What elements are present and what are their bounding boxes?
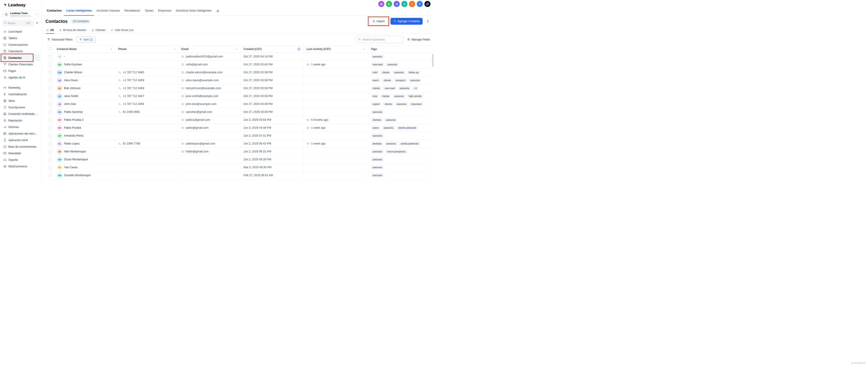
- sort-carets-icon[interactable]: [236, 48, 238, 50]
- sidebar-item-newsletter[interactable]: Newsletter: [1, 150, 40, 156]
- ai-sparkle-icon[interactable]: [35, 21, 39, 25]
- contact-row[interactable]: OMOscar MontemayorJun 2, 2025 06:30 PMas…: [45, 156, 431, 163]
- select-all-checkbox[interactable]: [49, 47, 52, 51]
- sidebar-item-contenido-multimedia-u[interactable]: Contenido multimedia U...: [1, 111, 40, 117]
- contact-name-cell[interactable]: IMIrbin Montemayor: [54, 148, 116, 155]
- contact-name-cell[interactable]: CWCharlie Wilson: [54, 68, 116, 76]
- sidebar-search-input[interactable]: [8, 22, 24, 24]
- sidebar-item-aplicaciones-del-mercado[interactable]: Aplicaciones del mercado: [1, 130, 40, 137]
- contact-row[interactable]: PPPablo Pruebapablo@gmail.comJun 3, 2025…: [45, 124, 431, 132]
- contact-row[interactable]: JDJohn Doe+1 787 712 3456john.doe@exampl…: [45, 100, 431, 108]
- search-contacts-box[interactable]: [355, 36, 403, 43]
- row-checkbox[interactable]: [49, 63, 52, 66]
- sort-carets-icon[interactable]: [363, 48, 365, 50]
- row-checkbox[interactable]: [49, 166, 52, 169]
- contact-row[interactable]: PPPablo Prueba 2pablo1@gmail.comJun 3, 2…: [45, 116, 431, 124]
- sidebar-item-aplicaci-n-m-vil[interactable]: Aplicación móvil: [1, 137, 40, 143]
- contact-row[interactable]: IMIrbin Montemayorirbibn@gmail.comJun 2,…: [45, 148, 431, 156]
- advanced-filters-button[interactable]: Advanced Filters: [46, 36, 74, 43]
- sidebar-item-clientes-potenciales[interactable]: Clientes Potenciales: [1, 61, 40, 68]
- contact-name-cell[interactable]: ?-: [54, 53, 116, 60]
- team-switcher[interactable]: Leadway Team Monterrey, Nuevo Le...: [2, 10, 39, 18]
- row-checkbox[interactable]: [49, 102, 52, 106]
- sort-carets-icon[interactable]: [173, 48, 176, 50]
- column-header-last-activity-cst[interactable]: Last Activity (CST): [304, 45, 368, 53]
- contact-row[interactable]: OMOsvaldo MontemayorFeb 27, 2025 09:42 A…: [45, 172, 431, 179]
- row-checkbox[interactable]: [49, 174, 52, 177]
- contact-name-cell[interactable]: OMOscar Montemayor: [54, 156, 116, 163]
- phone-icon[interactable]: [386, 1, 392, 7]
- topnav-tab-gestionar-listas-inteligentes[interactable]: Gestionar listas inteligentes: [174, 6, 214, 16]
- announcements-icon[interactable]: [401, 1, 407, 7]
- contact-row[interactable]: YCYair CasasMar 3, 2025 06:30 PMasesoria: [45, 163, 431, 172]
- sidebar-item-informes[interactable]: Informes: [1, 124, 40, 130]
- smartlist-tab-add-smart-list[interactable]: Add Smart List: [111, 27, 133, 34]
- contact-row[interactable]: CWCharlie Wilson+1 787 712 3460charlie.w…: [45, 68, 431, 77]
- row-checkbox[interactable]: [49, 126, 52, 129]
- contact-name-cell[interactable]: ADAlice Davis: [54, 77, 116, 84]
- column-header-phone[interactable]: Phone: [116, 45, 179, 53]
- contact-row[interactable]: PSPablo Sanchez81 2355 9991sanchez@gmail…: [45, 108, 431, 116]
- contact-name-cell[interactable]: PLPablo Lopez: [54, 140, 116, 147]
- contact-row[interactable]: ?-pablovaldes0010@gmail.comOct 27, 2025 …: [45, 53, 431, 61]
- sidebar-item-woocommerce[interactable]: WooCommerce: [1, 163, 40, 170]
- contact-row[interactable]: SGSofia Guzmansofia@gmail.comOct 27, 202…: [45, 61, 431, 68]
- contact-name-cell[interactable]: PPPablo Prueba: [54, 124, 116, 132]
- column-header-email[interactable]: Email: [179, 45, 241, 53]
- row-checkbox[interactable]: [49, 79, 52, 82]
- search-contacts-input[interactable]: [363, 38, 401, 41]
- row-checkbox[interactable]: [49, 110, 52, 114]
- column-header-contacto-name[interactable]: Contacto Name: [54, 45, 116, 53]
- row-checkbox[interactable]: [49, 150, 52, 153]
- contact-row[interactable]: ADAlice Davis+1 787 712 3459alice.davis@…: [45, 77, 431, 84]
- sidebar-item-base-de-conocimientos[interactable]: Base de conocimientos: [1, 143, 40, 150]
- topnav-tab-tareas[interactable]: Tareas: [143, 6, 156, 16]
- row-checkbox[interactable]: [49, 158, 52, 161]
- sidebar-item-soporte[interactable]: Soporte: [1, 156, 40, 163]
- sidebar-item-tablero[interactable]: Tablero: [1, 35, 40, 41]
- row-checkbox[interactable]: [49, 55, 52, 58]
- contact-name-cell[interactable]: JSJane Smith: [54, 92, 116, 100]
- academy-icon[interactable]: [394, 1, 400, 7]
- contact-name-cell[interactable]: APArmando Perez: [54, 132, 116, 140]
- contact-name-cell[interactable]: PPPablo Prueba 2: [54, 116, 116, 124]
- row-checkbox[interactable]: [49, 142, 52, 145]
- contact-row[interactable]: PLPablo Lopez81 2366 7788pablolopez@gmai…: [45, 140, 431, 148]
- contact-row[interactable]: BJBob Johnson+1 787 712 3458bob.johnson@…: [45, 84, 431, 92]
- add-contact-button[interactable]: Agregar Contacto: [391, 18, 423, 25]
- sidebar-item-pagos[interactable]: Pagos: [1, 68, 40, 74]
- contact-name-cell[interactable]: JDJohn Doe: [54, 100, 116, 108]
- sidebar-item-reputaci-n[interactable]: Reputación: [1, 117, 40, 124]
- contact-row[interactable]: JSJane Smith+1 787 712 3457jane.smith@ex…: [45, 92, 431, 100]
- sorted-desc-icon[interactable]: [297, 47, 301, 51]
- smartlist-tab-all[interactable]: All: [46, 27, 54, 34]
- row-checkbox[interactable]: [49, 118, 52, 122]
- contact-name-cell[interactable]: SGSofia Guzman: [54, 61, 116, 68]
- sort-button[interactable]: Sort (1): [76, 36, 96, 43]
- sidebar-item-launchpad[interactable]: Launchpad: [1, 28, 40, 35]
- smartlist-tab-clientes[interactable]: Clientes: [91, 27, 105, 34]
- contact-name-cell[interactable]: BJBob Johnson: [54, 84, 116, 92]
- sidebar-item-agentes-de-ai[interactable]: Agentes de AI: [1, 74, 40, 81]
- row-checkbox[interactable]: [49, 71, 52, 74]
- topnav-tab-restablecer[interactable]: Restablecer: [122, 6, 142, 16]
- row-checkbox[interactable]: [49, 87, 52, 90]
- user-avatar-icon[interactable]: JA: [378, 1, 384, 7]
- row-checkbox[interactable]: [49, 134, 52, 138]
- sidebar-item-automatizaci-n[interactable]: Automatización: [1, 91, 40, 97]
- row-checkbox[interactable]: [49, 94, 52, 98]
- sidebar-item-conversaciones[interactable]: Conversaciones: [1, 41, 40, 48]
- contact-name-cell[interactable]: PSPablo Sanchez: [54, 108, 116, 116]
- sidebar-item-sitios[interactable]: Sitios: [1, 97, 40, 104]
- sidebar-search-box[interactable]: ctrl K: [2, 20, 33, 26]
- quick-actions-rocket-icon[interactable]: [424, 1, 431, 7]
- smartlist-tab-mi-lista-de-clientes[interactable]: Mi lista de clientes: [59, 27, 86, 34]
- contact-row[interactable]: APArmando PerezJun 2, 2025 07:41 PMaseso…: [45, 132, 431, 140]
- import-button[interactable]: Import: [369, 18, 388, 25]
- topnav-tab-contactos[interactable]: Contactos: [44, 6, 64, 16]
- notifications-bell-icon[interactable]: [409, 1, 415, 7]
- more-options-button[interactable]: ⋮: [426, 19, 430, 24]
- smartlist-settings-gear-icon[interactable]: [216, 9, 220, 13]
- help-icon[interactable]: ?: [417, 1, 423, 7]
- contact-name-cell[interactable]: OMOsvaldo Montemayor: [54, 172, 116, 179]
